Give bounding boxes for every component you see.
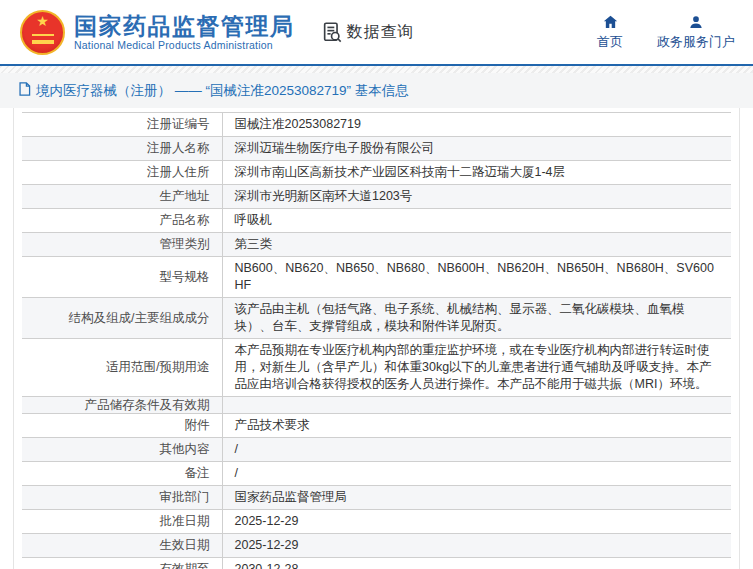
row-value: 第三类 <box>222 233 731 257</box>
table-row: 结构及组成/主要组成成分该产品由主机（包括气路、电子系统、机械结构、显示器、二氧… <box>22 298 731 339</box>
row-value: 呼吸机 <box>222 209 731 233</box>
home-icon <box>602 14 619 30</box>
info-table-body: 注册证编号国械注准20253082719注册人名称深圳迈瑞生物医疗电子股份有限公… <box>22 113 731 569</box>
table-row: 管理类别第三类 <box>22 233 731 257</box>
agency-title-cn: 国家药品监督管理局 <box>74 13 295 39</box>
nav-item-home[interactable]: 首页 <box>597 14 623 51</box>
breadcrumb: 境内医疗器械（注册） —— “国械注准20253082719” 基本信息 <box>0 73 753 108</box>
table-row: 注册人住所深圳市南山区高新技术产业园区科技南十二路迈瑞大厦1-4层 <box>22 161 731 185</box>
row-value: 该产品由主机（包括气路、电子系统、机械结构、显示器、二氧化碳模块、血氧模块）、台… <box>222 298 731 339</box>
person-icon <box>688 14 704 30</box>
table-row: 注册证编号国械注准20253082719 <box>22 113 731 137</box>
row-value: / <box>222 438 731 462</box>
agency-title-block: 国家药品监督管理局 National Medical Products Admi… <box>74 13 295 52</box>
row-label: 其他内容 <box>22 438 222 462</box>
table-row: 其他内容/ <box>22 438 731 462</box>
row-label: 注册人名称 <box>22 137 222 161</box>
nav-item-label: 政务服务门户 <box>657 33 735 51</box>
row-value: NB600、NB620、NB650、NB680、NB600H、NB620H、NB… <box>222 257 731 298</box>
row-value: 2025-12-29 <box>222 510 731 534</box>
table-row: 产品储存条件及有效期 <box>22 397 731 414</box>
row-value <box>222 397 731 414</box>
row-label: 附件 <box>22 414 222 438</box>
row-label: 结构及组成/主要组成成分 <box>22 298 222 339</box>
row-label: 管理类别 <box>22 233 222 257</box>
document-icon <box>18 82 36 99</box>
breadcrumb-text: 境内医疗器械（注册） —— “国械注准20253082719” 基本信息 <box>36 82 409 100</box>
table-row: 注册人名称深圳迈瑞生物医疗电子股份有限公司 <box>22 137 731 161</box>
table-row: 产品名称呼吸机 <box>22 209 731 233</box>
table-row: 批准日期2025-12-29 <box>22 510 731 534</box>
row-value: 产品技术要求 <box>222 414 731 438</box>
row-label: 生产地址 <box>22 185 222 209</box>
row-label: 注册证编号 <box>22 113 222 137</box>
row-label: 注册人住所 <box>22 161 222 185</box>
table-row: 备注/ <box>22 462 731 486</box>
page-header: ★ 国家药品监督管理局 National Medical Products Ad… <box>0 0 753 66</box>
row-label: 产品名称 <box>22 209 222 233</box>
row-value: 深圳市南山区高新技术产业园区科技南十二路迈瑞大厦1-4层 <box>222 161 731 185</box>
national-emblem-logo: ★ <box>20 10 65 55</box>
table-row: 附件产品技术要求 <box>22 414 731 438</box>
table-row: 生效日期2025-12-29 <box>22 534 731 558</box>
registration-info-table: 注册证编号国械注准20253082719注册人名称深圳迈瑞生物医疗电子股份有限公… <box>22 112 731 569</box>
table-row: 适用范围/预期用途本产品预期在专业医疗机构内部的重症监护环境，或在专业医疗机构内… <box>22 339 731 397</box>
top-navigation: 首页 政务服务门户 <box>597 14 735 51</box>
data-query-label: 数据查询 <box>347 22 415 43</box>
row-value: 2025-12-29 <box>222 534 731 558</box>
document-search-icon <box>321 21 343 43</box>
agency-title-en: National Medical Products Administration <box>74 39 295 52</box>
row-label: 适用范围/预期用途 <box>22 339 222 397</box>
row-label: 备注 <box>22 462 222 486</box>
row-label: 产品储存条件及有效期 <box>22 397 222 414</box>
registration-info-card: 注册证编号国械注准20253082719注册人名称深圳迈瑞生物医疗电子股份有限公… <box>13 108 740 569</box>
row-value: 国械注准20253082719 <box>222 113 731 137</box>
row-value: 深圳迈瑞生物医疗电子股份有限公司 <box>222 137 731 161</box>
header-stripe-divider <box>0 66 753 73</box>
nav-item-gov-portal[interactable]: 政务服务门户 <box>657 14 735 51</box>
row-label: 有效期至 <box>22 558 222 569</box>
emblem-gate-icon <box>32 34 54 44</box>
table-row: 审批部门国家药品监督管理局 <box>22 486 731 510</box>
data-query-section[interactable]: 数据查询 <box>321 21 415 43</box>
nav-item-label: 首页 <box>597 33 623 51</box>
row-value: 2030-12-28 <box>222 558 731 569</box>
row-label: 生效日期 <box>22 534 222 558</box>
table-row: 有效期至2030-12-28 <box>22 558 731 569</box>
row-value: / <box>222 462 731 486</box>
row-label: 批准日期 <box>22 510 222 534</box>
table-row: 型号规格NB600、NB620、NB650、NB680、NB600H、NB620… <box>22 257 731 298</box>
row-value: 深圳市光明新区南环大道1203号 <box>222 185 731 209</box>
row-value: 本产品预期在专业医疗机构内部的重症监护环境，或在专业医疗机构内部进行转运时使用，… <box>222 339 731 397</box>
row-label: 审批部门 <box>22 486 222 510</box>
table-row: 生产地址深圳市光明新区南环大道1203号 <box>22 185 731 209</box>
row-value: 国家药品监督管理局 <box>222 486 731 510</box>
row-label: 型号规格 <box>22 257 222 298</box>
emblem-star-icon: ★ <box>22 14 63 28</box>
